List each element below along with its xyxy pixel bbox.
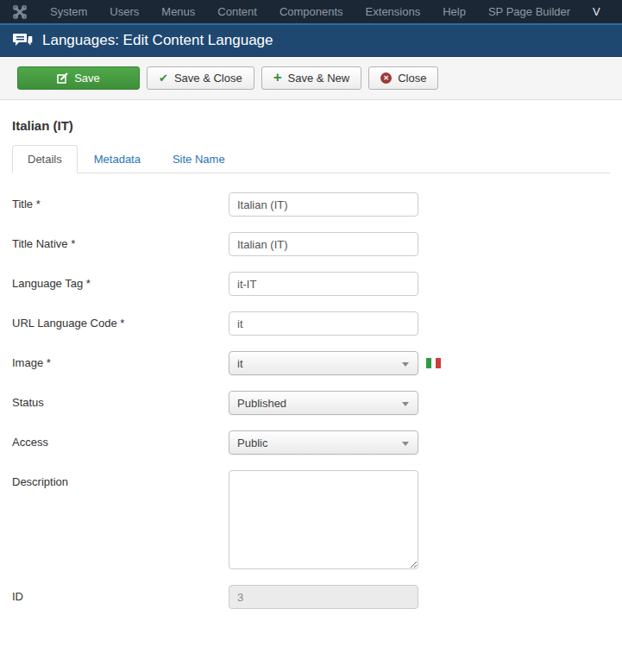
description-textarea[interactable] xyxy=(229,470,418,569)
image-select-value: it xyxy=(237,357,243,370)
nav-item-partial[interactable]: V xyxy=(581,5,600,18)
nav-item-system[interactable]: System xyxy=(39,5,98,18)
title-native-label: Title Native * xyxy=(12,232,229,250)
form-row-id: ID xyxy=(12,585,610,609)
close-button[interactable]: Close xyxy=(368,66,438,90)
form-row-title-native: Title Native * xyxy=(12,232,610,256)
chevron-down-icon xyxy=(402,402,409,406)
edit-language-form: Title * Title Native * Language Tag * UR… xyxy=(12,192,610,609)
status-select[interactable]: Published xyxy=(229,391,418,415)
save-button-label: Save xyxy=(74,72,100,85)
language-tag-label: Language Tag * xyxy=(12,272,229,290)
comments-icon xyxy=(13,33,33,48)
image-label: Image * xyxy=(12,351,229,369)
title-native-input[interactable] xyxy=(229,232,418,256)
access-select[interactable]: Public xyxy=(229,430,418,455)
nav-item-extensions[interactable]: Extensions xyxy=(355,5,432,18)
id-input xyxy=(229,585,418,609)
joomla-logo-icon[interactable] xyxy=(12,4,28,20)
url-code-input[interactable] xyxy=(229,311,418,336)
top-navbar: System Users Menus Content Components Ex… xyxy=(0,0,622,23)
nav-item-content[interactable]: Content xyxy=(206,5,268,18)
plus-icon xyxy=(273,72,282,85)
save-new-button[interactable]: Save & New xyxy=(261,66,361,90)
save-new-button-label: Save & New xyxy=(288,72,350,85)
form-row-title: Title * xyxy=(12,192,610,217)
save-close-button[interactable]: Save & Close xyxy=(147,66,254,90)
form-row-status: Status Published xyxy=(12,391,610,415)
form-row-image: Image * it xyxy=(12,351,610,375)
image-select[interactable]: it xyxy=(229,351,418,375)
tab-bar: Details Metadata Site Name xyxy=(12,145,610,173)
chevron-down-icon xyxy=(402,442,409,446)
url-code-label: URL Language Code * xyxy=(12,311,229,330)
form-row-description: Description xyxy=(12,470,610,569)
status-label: Status xyxy=(12,391,229,409)
save-icon xyxy=(57,72,68,84)
tab-site-name[interactable]: Site Name xyxy=(157,145,241,173)
nav-item-menus[interactable]: Menus xyxy=(150,5,206,18)
toolbar: Save Save & Close Save & New Close xyxy=(0,57,622,100)
save-close-button-label: Save & Close xyxy=(174,72,242,85)
form-row-language-tag: Language Tag * xyxy=(12,272,610,296)
page-header: Languages: Edit Content Language xyxy=(0,23,622,57)
access-label: Access xyxy=(12,430,229,449)
form-row-access: Access Public xyxy=(12,430,610,455)
language-heading: Italian (IT) xyxy=(12,118,610,133)
chevron-down-icon xyxy=(402,362,409,367)
italian-flag-icon xyxy=(426,358,441,368)
nav-item-sp-page-builder[interactable]: SP Page Builder xyxy=(477,5,581,18)
close-icon xyxy=(380,72,392,84)
check-icon xyxy=(159,72,168,85)
language-tag-input[interactable] xyxy=(229,272,418,296)
nav-item-help[interactable]: Help xyxy=(431,5,477,18)
main-content: Italian (IT) Details Metadata Site Name … xyxy=(0,118,622,609)
tab-details[interactable]: Details xyxy=(12,145,78,173)
title-label: Title * xyxy=(12,192,229,210)
page-title: Languages: Edit Content Language xyxy=(42,32,273,49)
form-row-url-code: URL Language Code * xyxy=(12,311,610,336)
access-select-value: Public xyxy=(237,436,267,449)
save-button[interactable]: Save xyxy=(17,66,140,90)
description-label: Description xyxy=(12,470,229,488)
tab-metadata[interactable]: Metadata xyxy=(79,145,156,173)
nav-item-components[interactable]: Components xyxy=(268,5,355,18)
close-button-label: Close xyxy=(398,72,426,85)
status-select-value: Published xyxy=(237,397,286,410)
id-label: ID xyxy=(12,585,229,603)
title-input[interactable] xyxy=(229,192,418,217)
nav-item-users[interactable]: Users xyxy=(98,5,150,18)
